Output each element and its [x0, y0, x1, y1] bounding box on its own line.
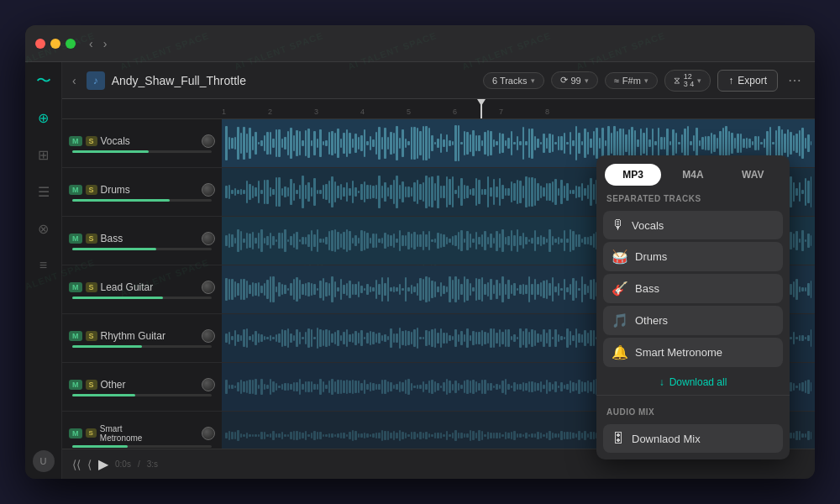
drums-track-label: Drums [635, 250, 667, 263]
tool-icon[interactable]: ⊗ [32, 217, 55, 240]
list-item[interactable]: 🎛 Downlaod Mix [603, 424, 783, 453]
key-badge[interactable]: ≈ F#m ▾ [605, 72, 658, 89]
back-button[interactable]: ‹ [72, 74, 76, 87]
volume-slider-rhythm-guitar[interactable] [72, 345, 212, 348]
solo-badge-vocals[interactable]: S [86, 136, 97, 146]
mix-download-icon: 🎛 [612, 431, 625, 446]
music-file-icon: ♪ [87, 71, 105, 90]
volume-knob-drums[interactable] [202, 183, 215, 197]
mute-badge-vocals[interactable]: M [69, 136, 82, 146]
header-row: ‹ ♪ Andy_Shaw_Full_Throttle 6 Tracks ▾ ⟳… [62, 62, 815, 99]
export-button[interactable]: ↑ Export [717, 70, 778, 92]
vocals-track-label: Vocals [632, 219, 664, 232]
track-name-lead-guitar: Lead Guitar [101, 281, 198, 293]
solo-badge-lead-guitar[interactable]: S [86, 282, 97, 292]
bpm-badge[interactable]: ⟳ 99 ▾ [551, 71, 598, 89]
separated-tracks-label: SEPARATED TRACKS [596, 186, 790, 208]
eq-icon[interactable]: ≡ [32, 254, 55, 277]
traffic-lights [35, 39, 76, 49]
mute-badge-drums[interactable]: M [69, 185, 82, 195]
mute-badge-other[interactable]: M [69, 380, 82, 390]
time-sig-badge[interactable]: ⧖ 123 4 ▾ [664, 70, 711, 92]
list-item[interactable]: 🥁 Drums [603, 242, 783, 271]
timeline: 1 2 3 4 5 6 7 8 [62, 99, 815, 119]
users-icon[interactable]: ⊞ [32, 143, 55, 166]
track-name-rhythm-guitar: Rhythm Guitar [101, 330, 198, 342]
others-track-icon: 🎵 [612, 312, 628, 328]
bpm-value: 99 [571, 76, 581, 86]
track-controls-vocals: M S Vocals [62, 131, 222, 156]
tab-m4a[interactable]: M4A [664, 164, 721, 186]
more-options-button[interactable]: ⋯ [785, 72, 805, 88]
volume-slider-other[interactable] [72, 394, 212, 396]
track-controls-rhythm-guitar: M S Rhythm Guitar [62, 326, 222, 351]
mute-badge-metronome[interactable]: M [69, 428, 82, 438]
rewind-button[interactable]: ⟨⟨ [72, 458, 81, 471]
time-sig-value: 123 4 [684, 73, 695, 88]
logo-icon: 〜 [32, 69, 55, 92]
app-window: AI TALENT SPACEAI TALENT SPACE AI TALENT… [25, 25, 815, 479]
volume-knob-other[interactable] [202, 378, 215, 391]
nav-forward-arrow[interactable]: › [100, 35, 111, 52]
export-label: Export [738, 75, 767, 87]
mute-badge-rhythm-guitar[interactable]: M [69, 331, 82, 341]
play-button[interactable]: ▶ [98, 456, 108, 472]
mute-badge-bass[interactable]: M [69, 234, 82, 244]
download-all-label: Download all [669, 376, 727, 388]
back-button[interactable]: ⟨ [87, 458, 92, 471]
nav-back-arrow[interactable]: ‹ [86, 35, 97, 52]
track-controls-other: M S Other [62, 375, 222, 400]
track-controls-metronome: M S SmartMetronome [62, 421, 222, 449]
volume-knob-lead-guitar[interactable] [202, 281, 215, 294]
close-button[interactable] [35, 39, 45, 49]
list-item[interactable]: 🎙 Vocals [603, 211, 783, 239]
solo-badge-metronome[interactable]: S [86, 428, 97, 438]
list-item[interactable]: 🔔 Smart Metronome [603, 338, 783, 367]
tracks-count-label: 6 Tracks [492, 76, 528, 86]
bass-track-label: Bass [635, 282, 659, 295]
download-all-button[interactable]: ↓ Download all [596, 370, 790, 395]
metronome-track-label: Smart Metronome [635, 346, 722, 359]
tracks-count-badge[interactable]: 6 Tracks ▾ [483, 72, 544, 89]
download-all-icon: ↓ [659, 376, 664, 388]
share-icon[interactable]: ⊕ [32, 106, 55, 129]
track-controls-lead-guitar: M S Lead Guitar [62, 277, 222, 302]
vocals-track-icon: 🎙 [612, 218, 625, 233]
drums-track-icon: 🥁 [612, 249, 628, 265]
time-sig-chevron-icon: ▾ [697, 76, 701, 85]
track-name-vocals: Vocals [101, 135, 198, 147]
export-icon: ↑ [728, 75, 733, 87]
user-avatar-icon[interactable]: U [33, 450, 55, 472]
solo-badge-drums[interactable]: S [86, 185, 97, 195]
layers-icon[interactable]: ☰ [32, 180, 55, 203]
solo-badge-bass[interactable]: S [86, 234, 97, 244]
volume-slider-bass[interactable] [72, 248, 212, 250]
volume-slider-lead-guitar[interactable] [72, 297, 212, 299]
volume-slider-drums[interactable] [72, 199, 212, 202]
mute-badge-lead-guitar[interactable]: M [69, 282, 82, 292]
tab-wav[interactable]: WAV [725, 164, 781, 186]
volume-knob-vocals[interactable] [202, 134, 215, 148]
key-chevron-icon: ▾ [644, 76, 648, 85]
volume-slider-metronome[interactable] [72, 445, 212, 448]
key-icon: ≈ [614, 76, 619, 86]
bass-track-icon: 🎸 [612, 281, 628, 297]
volume-knob-bass[interactable] [202, 232, 215, 245]
volume-slider-vocals[interactable] [72, 150, 212, 153]
playhead[interactable] [480, 99, 482, 118]
list-item[interactable]: 🎸 Bass [603, 274, 783, 303]
solo-badge-rhythm-guitar[interactable]: S [86, 331, 97, 341]
bpm-chevron-icon: ▾ [585, 76, 589, 85]
others-track-label: Others [635, 314, 668, 327]
minimize-button[interactable] [50, 39, 60, 49]
track-name-drums: Drums [101, 184, 198, 196]
volume-knob-rhythm-guitar[interactable] [202, 329, 215, 343]
track-name-other: Other [101, 379, 198, 391]
maximize-button[interactable] [66, 39, 76, 49]
solo-badge-other[interactable]: S [86, 380, 97, 390]
volume-knob-metronome[interactable] [202, 427, 215, 440]
list-item[interactable]: 🎵 Others [603, 306, 783, 335]
metronome-track-icon: 🔔 [612, 344, 628, 360]
tab-mp3[interactable]: MP3 [605, 164, 661, 186]
track-name-metronome: SmartMetronome [100, 424, 198, 443]
